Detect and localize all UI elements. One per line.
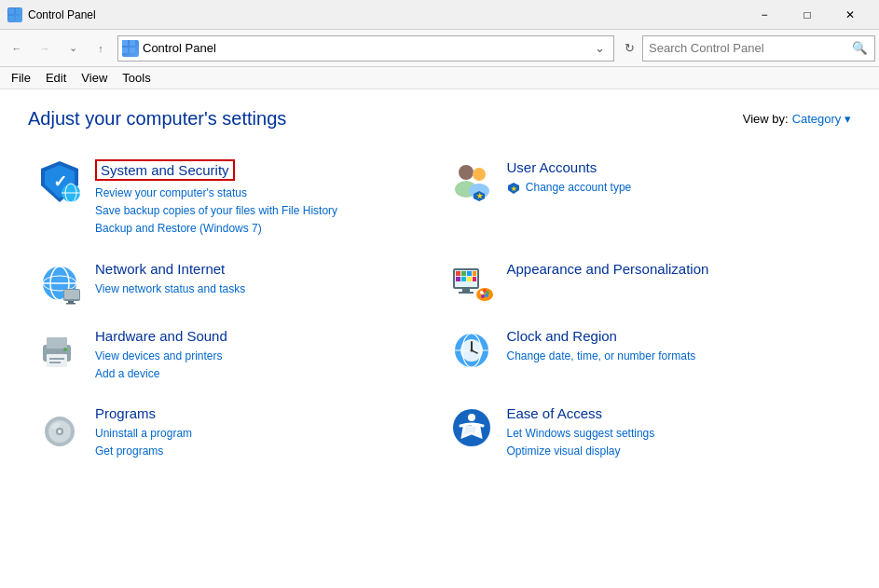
svg-rect-41 (459, 292, 474, 294)
svg-rect-35 (473, 271, 476, 276)
address-box: Control Panel ⌄ (117, 35, 614, 62)
view-by-value[interactable]: Category ▾ (792, 112, 851, 126)
svg-rect-27 (64, 290, 79, 299)
programs-link-2[interactable]: Get programs (95, 443, 431, 460)
address-text: Control Panel (143, 41, 589, 55)
category-system-security: ✓ System and Security Review your comput… (28, 148, 440, 250)
address-dropdown-button[interactable]: ⌄ (589, 36, 610, 61)
svg-rect-2 (8, 16, 14, 21)
main-content: Adjust your computer's settings View by:… (0, 89, 879, 588)
svg-rect-32 (456, 271, 460, 276)
svg-rect-37 (461, 277, 466, 281)
svg-rect-29 (66, 303, 76, 305)
network-internet-content: Network and Internet View network status… (95, 261, 431, 298)
network-internet-link-1[interactable]: View network status and tasks (95, 280, 431, 298)
user-accounts-title[interactable]: User Accounts (507, 159, 597, 175)
programs-title[interactable]: Programs (95, 405, 156, 421)
appearance-content: Appearance and Personalization (507, 261, 843, 280)
svg-rect-34 (467, 271, 472, 276)
ease-of-access-link-2[interactable]: Optimize visual display (507, 443, 843, 460)
search-input[interactable] (649, 41, 850, 55)
svg-rect-6 (122, 48, 128, 53)
system-security-link-1[interactable]: Review your computer's status (95, 185, 431, 202)
search-box[interactable]: 🔍 (642, 35, 875, 62)
ease-of-access-icon (449, 405, 494, 450)
svg-rect-7 (130, 48, 135, 53)
svg-rect-50 (47, 354, 67, 367)
clock-region-icon (449, 328, 494, 373)
svg-rect-38 (467, 277, 472, 281)
svg-text:★: ★ (475, 192, 483, 200)
svg-rect-39 (473, 277, 476, 281)
svg-rect-49 (47, 337, 67, 349)
clock-region-content: Clock and Region Change date, time, or n… (507, 328, 843, 365)
menu-file[interactable]: File (4, 69, 38, 87)
folder-icon (122, 40, 139, 57)
hardware-sound-content: Hardware and Sound View devices and prin… (95, 328, 431, 383)
appearance-title[interactable]: Appearance and Personalization (507, 261, 709, 277)
system-security-link-2[interactable]: Save backup copies of your files with Fi… (95, 202, 431, 220)
programs-icon (37, 405, 82, 450)
ease-of-access-title[interactable]: Ease of Access (507, 405, 603, 421)
network-internet-title[interactable]: Network and Internet (95, 261, 225, 277)
minimize-button[interactable]: − (743, 0, 786, 30)
programs-content: Programs Uninstall a program Get program… (95, 405, 431, 460)
category-programs: Programs Uninstall a program Get program… (28, 394, 440, 472)
user-accounts-content: User Accounts ★ Change account type (507, 159, 843, 197)
address-bar: ← → ⌄ ↑ Control Panel ⌄ ↻ 🔍 (0, 30, 879, 67)
window-title: Control Panel (28, 8, 743, 21)
clock-region-title[interactable]: Clock and Region (507, 328, 617, 344)
hardware-sound-link-1[interactable]: View devices and printers (95, 348, 431, 365)
network-internet-icon (37, 261, 82, 306)
title-bar: Control Panel − □ ✕ (0, 0, 879, 30)
refresh-button[interactable]: ↻ (618, 35, 640, 62)
ease-of-access-content: Ease of Access Let Windows suggest setti… (507, 405, 843, 460)
svg-text:★: ★ (511, 185, 517, 192)
system-security-content: System and Security Review your computer… (95, 159, 431, 239)
system-security-title[interactable]: System and Security (95, 159, 235, 181)
programs-link-1[interactable]: Uninstall a program (95, 425, 431, 443)
maximize-button[interactable]: □ (786, 0, 829, 30)
system-security-link-3[interactable]: Backup and Restore (Windows 7) (95, 220, 431, 238)
app-icon (7, 7, 22, 22)
dropdown-recent-button[interactable]: ⌄ (60, 35, 86, 62)
menu-tools[interactable]: Tools (115, 69, 158, 87)
system-security-icon: ✓ (37, 159, 82, 204)
svg-point-46 (485, 294, 488, 297)
svg-rect-52 (49, 362, 61, 363)
svg-rect-3 (16, 16, 21, 21)
menu-bar: File Edit View Tools (0, 67, 879, 89)
back-button[interactable]: ← (4, 35, 30, 62)
forward-button[interactable]: → (32, 35, 58, 62)
ease-of-access-link-1[interactable]: Let Windows suggest settings (507, 425, 843, 443)
svg-rect-28 (68, 301, 74, 303)
user-accounts-icon: ★ (449, 159, 494, 204)
search-button[interactable]: 🔍 (850, 41, 869, 55)
up-button[interactable]: ↑ (88, 35, 114, 62)
svg-point-47 (481, 294, 485, 298)
category-clock-region: Clock and Region Change date, time, or n… (440, 317, 852, 394)
category-hardware-sound: Hardware and Sound View devices and prin… (28, 317, 440, 394)
svg-rect-0 (8, 8, 14, 14)
page-title: Adjust your computer's settings (28, 108, 286, 130)
category-network-internet: Network and Internet View network status… (28, 250, 440, 317)
hardware-sound-icon (37, 328, 82, 373)
menu-edit[interactable]: Edit (38, 69, 74, 87)
svg-rect-5 (130, 40, 135, 46)
hardware-sound-title[interactable]: Hardware and Sound (95, 328, 227, 344)
menu-view[interactable]: View (74, 69, 115, 87)
clock-region-link-1[interactable]: Change date, time, or number formats (507, 348, 843, 365)
svg-rect-36 (456, 277, 460, 281)
svg-rect-51 (49, 358, 64, 360)
close-button[interactable]: ✕ (829, 0, 872, 30)
category-appearance: Appearance and Personalization (440, 250, 852, 317)
svg-point-67 (468, 414, 475, 421)
categories-grid: ✓ System and Security Review your comput… (28, 148, 851, 472)
svg-rect-40 (462, 289, 470, 292)
page-header: Adjust your computer's settings View by:… (28, 108, 851, 130)
view-by-label: View by: (743, 112, 789, 126)
hardware-sound-link-2[interactable]: Add a device (95, 365, 431, 383)
svg-point-16 (473, 168, 486, 181)
user-accounts-link-1[interactable]: ★ Change account type (507, 179, 843, 197)
svg-rect-1 (16, 8, 21, 14)
